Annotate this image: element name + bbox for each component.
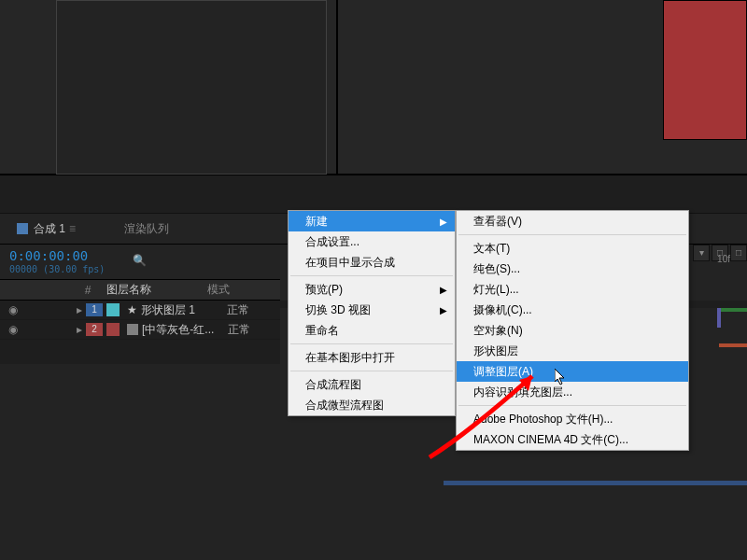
viewer-shape-red (663, 0, 747, 140)
visibility-toggle-icon[interactable]: ◉ (0, 303, 26, 316)
menu-item-preview[interactable]: 预览(P) ▶ (289, 279, 455, 300)
tab-label: 合成 1 (34, 221, 65, 237)
menu-separator (290, 371, 453, 371)
menu-separator (458, 405, 686, 406)
submenu-item-cinema4d-file[interactable]: MAXON CINEMA 4D 文件(C)... (457, 429, 688, 450)
submenu-item-viewer[interactable]: 查看器(V) (457, 211, 688, 231)
menu-item-comp-settings[interactable]: 合成设置... (289, 231, 455, 252)
viewer-frame (56, 0, 327, 175)
submenu-arrow-icon: ▶ (440, 305, 447, 315)
shape-layer-icon: ★ (127, 303, 137, 316)
viewer-divider (336, 0, 338, 175)
tab-menu-icon[interactable]: ≡ (69, 222, 76, 235)
timecode-frames: 00000 (30.00 fps) (9, 264, 105, 274)
layer-number: 1 (86, 303, 103, 316)
layer-color-label[interactable] (106, 303, 120, 316)
menu-separator (290, 275, 453, 276)
layer-bar[interactable] (719, 308, 747, 312)
column-layer-name[interactable]: 图层名称 (103, 282, 204, 298)
submenu-item-shape-layer[interactable]: 形状图层 (457, 341, 688, 361)
menu-item-rename[interactable]: 重命名 (289, 320, 455, 341)
current-timecode[interactable]: 0:00:00:00 (9, 248, 105, 263)
time-indicator[interactable] (717, 308, 721, 328)
expand-icon[interactable]: ▸ (73, 323, 86, 336)
time-tick-label: 10f (717, 254, 730, 264)
menu-item-switch-3d-view[interactable]: 切换 3D 视图 ▶ (289, 300, 455, 320)
panel-button[interactable]: □ (730, 245, 747, 261)
menu-separator (290, 343, 453, 344)
blend-mode[interactable]: 正常 (223, 302, 279, 318)
submenu-arrow-icon: ▶ (440, 217, 447, 227)
menu-item-new[interactable]: 新建 ▶ (289, 211, 455, 231)
composition-viewer (0, 0, 747, 175)
tab-composition[interactable]: 合成 1 ≡ (9, 221, 87, 237)
menu-item-open-in-egp[interactable]: 在基本图形中打开 (289, 347, 455, 368)
submenu-item-null[interactable]: 空对象(N) (457, 320, 688, 341)
submenu-item-solid[interactable]: 纯色(S)... (457, 259, 688, 279)
layer-bar[interactable] (719, 343, 747, 347)
blend-mode[interactable]: 正常 (224, 322, 280, 338)
submenu-item-content-aware[interactable]: 内容识别填充图层... (457, 382, 688, 402)
layer-number: 2 (86, 323, 103, 336)
layer-name[interactable]: 形状图层 1 (141, 302, 223, 318)
submenu-item-text[interactable]: 文本(T) (457, 238, 688, 259)
submenu-item-camera[interactable]: 摄像机(C)... (457, 300, 688, 320)
context-menu: 新建 ▶ 合成设置... 在项目中显示合成 预览(P) ▶ 切换 3D 视图 ▶… (288, 210, 456, 416)
tab-render-queue[interactable]: 渲染队列 (124, 221, 169, 237)
search-icon[interactable]: 🔍 (133, 254, 147, 267)
layer-name[interactable]: [中等灰色-红... (142, 322, 224, 338)
solid-layer-icon (127, 324, 138, 335)
menu-item-reveal-in-project[interactable]: 在项目中显示合成 (289, 252, 455, 273)
menu-item-comp-mini-flowchart[interactable]: 合成微型流程图 (289, 395, 455, 415)
visibility-toggle-icon[interactable]: ◉ (0, 323, 26, 336)
submenu-item-light[interactable]: 灯光(L)... (457, 279, 688, 300)
submenu-item-adjustment-layer[interactable]: 调整图层(A) (457, 361, 688, 382)
composition-icon (17, 223, 28, 234)
panel-divider[interactable] (0, 175, 747, 214)
menu-item-comp-flowchart[interactable]: 合成流程图 (289, 374, 455, 395)
column-mode[interactable]: 模式 (204, 282, 260, 298)
work-area-bar[interactable] (444, 481, 747, 485)
column-number[interactable]: # (73, 284, 103, 297)
mouse-cursor-icon (555, 369, 568, 387)
menu-separator (458, 234, 686, 235)
layer-color-label[interactable] (106, 323, 120, 336)
submenu-new: 查看器(V) 文本(T) 纯色(S)... 灯光(L)... 摄像机(C)...… (456, 210, 689, 451)
expand-icon[interactable]: ▸ (73, 303, 86, 316)
submenu-arrow-icon: ▶ (440, 285, 447, 295)
submenu-item-photoshop-file[interactable]: Adobe Photoshop 文件(H)... (457, 409, 688, 429)
panel-button[interactable]: ▾ (693, 245, 710, 261)
